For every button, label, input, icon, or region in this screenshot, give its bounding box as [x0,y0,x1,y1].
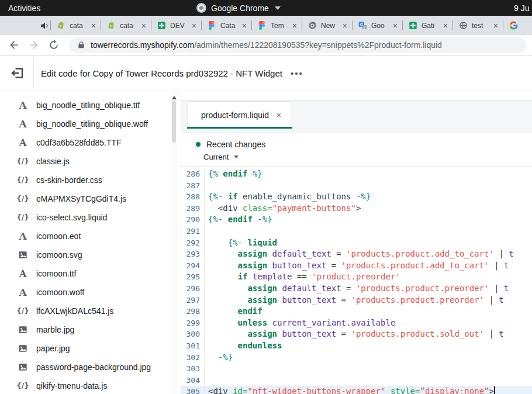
recent-changes-panel: Recent changes Current [181,133,532,167]
line-text [205,363,208,375]
scroll-up-arrow-icon[interactable] [172,96,177,99]
file-item-qikify-tmenu-data.js[interactable]: {/}qikify-tmenu-data.js [0,376,171,394]
active-tab-underline [187,127,292,129]
code-line-294[interactable]: 294 assign button_text = 'products.produ… [181,260,532,272]
file-item-marble.jpg[interactable]: marble.jpg [0,320,171,339]
reload-icon[interactable] [48,39,60,51]
file-item-ico-select.svg.liquid[interactable]: {/}ico-select.svg.liquid [0,208,171,227]
code-line-296[interactable]: 296 assign default_text = 'products.prod… [181,283,532,295]
browser-tab-title: cata [70,22,90,30]
version-dropdown[interactable]: Current [203,153,239,161]
code-line-295[interactable]: 295 if template == 'product.preorder' [181,271,532,283]
code-line-288[interactable]: 288{%- if enable_dynamic_buttons -%} [181,191,532,203]
code-line-301[interactable]: 301 endunless [181,340,532,352]
activities-button[interactable]: Activities [8,4,40,13]
file-name: c0df3a6b528fdd85.TTF [36,138,122,147]
close-tab-icon[interactable]: × [140,22,147,30]
file-item-cs-skin-border.css[interactable]: {/}cs-skin-border.css [0,171,171,189]
page-url: towerrecords.myshopify.com/admin/themes/… [91,40,442,50]
file-name: big_noodle_titling_oblique.ttf [36,101,140,110]
forward-icon[interactable] [28,39,40,51]
browser-tab[interactable]: Gati× [402,16,452,35]
svg-text:g: g [363,25,365,29]
code-line-303[interactable]: 303 [181,363,532,375]
browser-tab[interactable]: scata× [50,16,101,35]
font-file-icon: A [16,99,30,111]
file-item-icomoon.svg[interactable]: icomoon.svg [0,246,171,264]
window-title-menu[interactable]: Google Chrome [196,3,281,13]
editor-tab-close-icon[interactable]: × [277,110,281,120]
browser-tab[interactable]: scata× [101,16,151,35]
close-tab-icon[interactable]: × [492,22,499,30]
file-item-icomoon.eot[interactable]: Aicomoon.eot [0,227,171,246]
address-bar[interactable]: towerrecords.myshopify.com/admin/themes/… [69,37,526,53]
file-item-icomoon.ttf[interactable]: Aicomoon.ttf [0,264,171,283]
font-file-icon: A [16,230,30,242]
file-item-paper.jpg[interactable]: paper.jpg [0,339,171,358]
code-line-299[interactable]: 299 unless current_variant.available [181,317,532,329]
code-line-287[interactable]: 287 [181,180,532,192]
code-line-293[interactable]: 293 assign default_text = 'products.prod… [181,248,532,260]
line-number: 305 [181,386,205,394]
close-tab-icon[interactable]: × [341,22,348,30]
browser-tab[interactable]: Cata× [201,16,251,35]
code-line-305[interactable]: 305<div id="nft-widget-buttons-wrapper" … [181,386,532,394]
browser-tab[interactable]: DEV× [151,16,201,35]
more-actions-button[interactable]: ••• [291,68,303,78]
browser-tab[interactable] [503,16,532,35]
file-item-big_noodle_titling_oblique.ttf[interactable]: Abig_noodle_titling_oblique.ttf [0,96,171,115]
browser-tabs: scata×scata×DEV×Cata×Tem×New×GgGoo×Gati×… [50,16,532,35]
sidebar-scrollbar[interactable] [171,91,177,394]
browser-toolbar: towerrecords.myshopify.com/admin/themes/… [0,35,532,56]
scrollbar-thumb[interactable] [172,101,176,143]
file-item-icomoon.woff[interactable]: Aicomoon.woff [0,283,171,302]
file-item-big_noodle_titling_oblique.woff[interactable]: Abig_noodle_titling_oblique.woff [0,115,171,133]
back-icon[interactable] [8,39,20,51]
code-line-304[interactable]: 304 [181,375,532,386]
code-file-icon: {/} [16,213,30,222]
exit-editor-icon[interactable] [11,66,25,80]
file-name: icomoon.woff [36,288,84,297]
code-area[interactable]: 286{% endif %}287288{%- if enable_dynami… [181,167,532,394]
code-line-290[interactable]: 290{%- endif -%} [181,214,532,226]
close-tab-icon[interactable]: × [90,22,97,30]
file-item-eMAPMXSyTCgGdiT4.js[interactable]: {/}eMAPMXSyTCgGdiT4.js [0,189,171,208]
code-line-298[interactable]: 298 endif [181,306,532,317]
browser-tab[interactable]: GgGoo× [352,16,402,35]
code-line-291[interactable]: 291 [181,226,532,237]
line-number: 289 [181,203,205,215]
code-line-292[interactable]: 292 {%- liquid [181,237,532,249]
code-line-286[interactable]: 286{% endif %} [181,168,532,180]
line-number: 286 [181,168,205,180]
file-item-password-page-background.jpg[interactable]: password-page-background.jpg [0,358,171,376]
close-tab-icon[interactable]: × [241,22,248,30]
code-line-302[interactable]: 302 -%} [181,352,532,364]
file-item-lfcAXLwjkDALc541.js[interactable]: {/}lfcAXLwjkDALc541.js [0,302,171,320]
browser-tab[interactable]: test× [452,16,503,35]
speaker-icon[interactable] [40,20,50,31]
line-number: 296 [181,283,205,295]
editor-tab-product-form[interactable]: product-form.liquid × [187,101,291,128]
code-line-297[interactable]: 297 assign button_text = 'products.produ… [181,295,532,306]
system-clock[interactable]: 9 Ju [514,4,529,13]
line-number: 300 [181,329,205,340]
lock-icon[interactable] [77,41,85,49]
browser-tab[interactable]: Tem× [251,16,302,35]
file-name: paper.jpg [36,344,70,353]
close-tab-icon[interactable]: × [191,22,198,30]
code-line-300[interactable]: 300 assign button_text = 'products.produ… [181,329,532,340]
file-item-clipped[interactable]: A [0,91,171,96]
header-divider [33,58,34,88]
file-name: lfcAXLwjkDALc541.js [36,306,113,316]
file-item-classie.js[interactable]: {/}classie.js [0,152,171,171]
file-name: qikify-tmenu-data.js [36,381,107,390]
page-title: Edit code for Copy of Tower Records prd0… [41,68,282,78]
close-tab-icon[interactable]: × [291,22,298,30]
line-number: 298 [181,306,205,317]
file-item-c0df3a6b528fdd85.TTF[interactable]: Ac0df3a6b528fdd85.TTF [0,133,171,152]
browser-tab[interactable]: New× [302,16,352,35]
code-line-289[interactable]: 289 <div class="payment-buttons"> [181,203,532,215]
file-name: marble.jpg [36,325,74,334]
close-tab-icon[interactable]: × [442,22,449,30]
close-tab-icon[interactable]: × [392,22,399,30]
